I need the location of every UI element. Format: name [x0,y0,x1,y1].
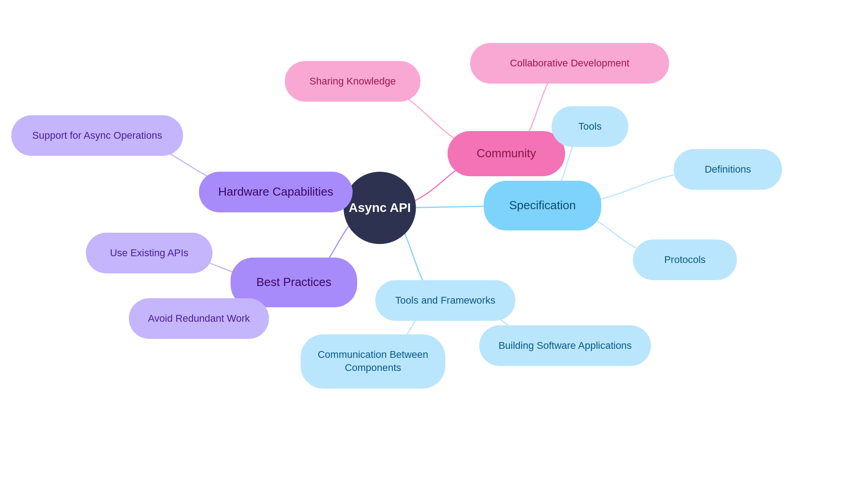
node-communication[interactable]: Communication Between Components [301,334,445,389]
label-support-async: Support for Async Operations [32,129,162,142]
node-hardware-capabilities[interactable]: Hardware Capabilities [199,172,353,212]
label-hardware-capabilities: Hardware Capabilities [218,184,333,200]
center-node[interactable]: Async API [344,172,416,244]
label-protocols: Protocols [664,253,706,267]
label-avoid-redundant: Avoid Redundant Work [148,312,250,325]
node-community[interactable]: Community [448,131,565,176]
label-communication: Communication Between Components [308,348,438,374]
node-protocols[interactable]: Protocols [633,239,737,280]
node-tools[interactable]: Tools [552,106,628,147]
label-sharing-knowledge: Sharing Knowledge [310,75,396,88]
node-building-software[interactable]: Building Software Applications [479,325,651,366]
node-avoid-redundant[interactable]: Avoid Redundant Work [129,298,269,339]
label-building-software: Building Software Applications [499,339,632,352]
node-definitions[interactable]: Definitions [674,149,782,190]
node-collaborative-development[interactable]: Collaborative Development [470,43,669,84]
label-best-practices: Best Practices [256,275,331,290]
label-use-existing-apis: Use Existing APIs [110,247,189,260]
label-community: Community [476,146,536,161]
label-definitions: Definitions [705,163,751,176]
node-use-existing-apis[interactable]: Use Existing APIs [86,233,212,273]
node-support-async[interactable]: Support for Async Operations [11,115,183,156]
node-specification[interactable]: Specification [484,181,601,230]
node-sharing-knowledge[interactable]: Sharing Knowledge [285,61,420,102]
center-label: Async API [349,201,410,215]
label-tools: Tools [578,120,601,133]
label-specification: Specification [509,198,576,213]
label-collaborative-development: Collaborative Development [510,57,629,70]
node-tools-frameworks[interactable]: Tools and Frameworks [375,280,515,321]
label-tools-frameworks: Tools and Frameworks [395,294,495,307]
